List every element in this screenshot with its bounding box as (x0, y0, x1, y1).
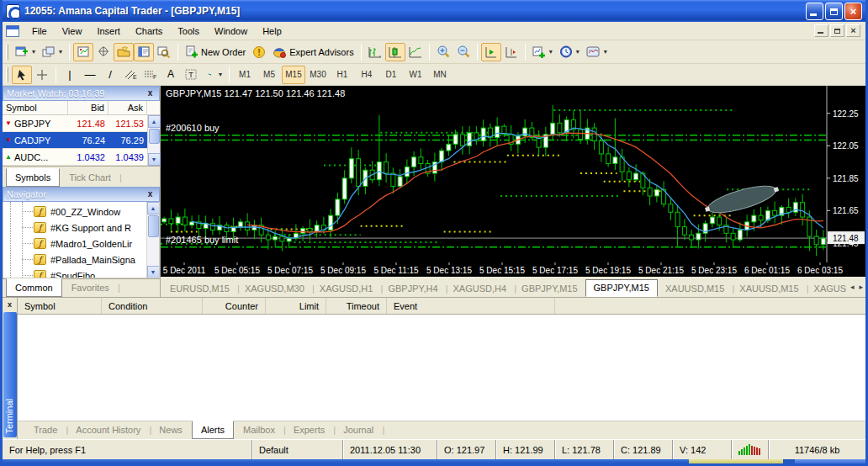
navigator-button[interactable] (134, 43, 154, 61)
mw-tab-tick-chart[interactable]: Tick Chart (60, 169, 120, 187)
horizontal-line-button[interactable]: — (80, 66, 100, 84)
timeframe-m5[interactable]: M5 (257, 66, 281, 84)
menu-tools[interactable]: Tools (170, 24, 207, 39)
periods-button[interactable]: ▾ (556, 43, 583, 61)
chart-shift-button[interactable] (501, 43, 521, 61)
terminal-side-bar[interactable]: Terminal (3, 312, 17, 437)
terminal-tab-experts[interactable]: Experts (284, 421, 334, 439)
mdi-minimize-button[interactable] (814, 24, 828, 37)
terminal-tab-mailbox[interactable]: Mailbox (234, 421, 284, 439)
terminal-tab-journal[interactable]: Journal (334, 421, 383, 439)
trendline-button[interactable]: / (100, 66, 120, 84)
toolbar-grip[interactable] (6, 45, 8, 60)
chart-tab-1[interactable]: XAGUSD,M30 (237, 281, 312, 297)
close-icon[interactable]: x (145, 189, 156, 200)
vertical-line-button[interactable]: | (60, 66, 80, 84)
menu-help[interactable]: Help (255, 24, 289, 39)
terminal-column-symbol[interactable]: Symbol (18, 298, 102, 314)
menu-insert[interactable]: Insert (89, 24, 128, 39)
fibonacci-button[interactable]: F (140, 66, 161, 84)
arrows-button[interactable]: ▾ (201, 66, 225, 84)
scroll-right-icon[interactable]: ▸ (859, 283, 863, 291)
terminal-column-counter[interactable]: Counter (203, 298, 266, 314)
timeframe-mn[interactable]: MN (428, 66, 452, 84)
nav-item[interactable]: ƒ#00_ZZ_Window (3, 204, 159, 220)
scroll-up-icon[interactable]: ▲ (148, 115, 161, 128)
terminal-tab-news[interactable]: News (150, 421, 192, 439)
market-watch-scrollbar[interactable]: ▲ ▼ (147, 115, 160, 166)
chart-canvas[interactable]: #200610 buy#201465 buy limit122.25122.05… (161, 86, 865, 277)
crosshair-button[interactable] (32, 66, 52, 84)
timeframe-w1[interactable]: W1 (404, 66, 427, 84)
menu-window[interactable]: Window (207, 24, 255, 39)
mw-row-gbpjpy[interactable]: ▼GBPJPY121.48121.53 (3, 115, 160, 132)
chart-system-icon[interactable] (6, 25, 19, 37)
chart-tab-8[interactable]: XAUUSD,M15 (732, 281, 806, 297)
timeframe-h4[interactable]: H4 (355, 66, 378, 84)
navigator-scrollbar[interactable]: ▲ ▼ (146, 202, 159, 278)
auto-scroll-button[interactable] (481, 43, 501, 61)
mw-column-symbol[interactable]: Symbol (3, 101, 68, 114)
scroll-left-icon[interactable]: ◂ (850, 283, 855, 291)
timeframe-d1[interactable]: D1 (379, 66, 403, 84)
mdi-close-button[interactable]: × (846, 24, 860, 37)
line-chart-button[interactable] (405, 43, 426, 61)
toolbar-grip[interactable] (6, 67, 8, 82)
chart-tab-0[interactable]: EURUSD,M15 (162, 281, 237, 297)
terminal-column-limit[interactable]: Limit (266, 298, 326, 314)
alerts-list[interactable] (18, 315, 865, 421)
bar-chart-button[interactable] (365, 43, 385, 61)
mw-tab-symbols[interactable]: Symbols (6, 168, 60, 187)
market-watch-button[interactable] (73, 43, 93, 61)
minimize-button[interactable] (806, 3, 823, 20)
menu-file[interactable]: File (24, 24, 55, 39)
nav-tab-common[interactable]: Common (6, 278, 62, 297)
chart-tab-9[interactable]: XAGUS (807, 281, 855, 297)
restore-button[interactable] (825, 3, 843, 20)
zoom-out-button[interactable] (453, 43, 474, 61)
nav-item[interactable]: ƒ#SpudFibo (3, 267, 159, 278)
close-button[interactable]: × (844, 3, 862, 20)
favorites-button[interactable] (114, 43, 134, 61)
alert-button[interactable]: ! (249, 43, 269, 61)
chart-tab-4[interactable]: XAGUSD,H4 (446, 281, 515, 297)
menu-charts[interactable]: Charts (128, 24, 170, 39)
chart-tab-3[interactable]: GBPJPY,H4 (380, 281, 445, 297)
terminal-column-timeout[interactable]: Timeout (326, 298, 387, 314)
equidistant-channel-button[interactable]: E (120, 66, 140, 84)
terminal-tab-account-history[interactable]: Account History (66, 421, 150, 439)
chart-tab-2[interactable]: XAGUSD,H1 (312, 281, 381, 297)
mdi-restore-button[interactable] (830, 24, 844, 37)
profiles-button[interactable]: ▾ (39, 43, 66, 61)
timeframe-m15[interactable]: M15 (282, 66, 305, 84)
nav-item[interactable]: ƒ#Pallada_MainSigna (3, 252, 159, 267)
candlestick-chart-button[interactable] (385, 43, 405, 61)
mw-row-cadjpy[interactable]: ▼CADJPY76.2476.29 (3, 132, 160, 149)
data-window-button[interactable] (154, 43, 174, 61)
terminal-column-condition[interactable]: Condition (102, 298, 203, 314)
templates-button[interactable]: ▾ (583, 43, 611, 61)
mw-column-ask[interactable]: Ask (108, 101, 147, 114)
cursor-button[interactable] (12, 66, 32, 84)
mw-row-audc[interactable]: ▲AUDC...1.04321.0439 (3, 149, 160, 166)
indicators-button[interactable]: ▾ (529, 43, 556, 61)
chart-window[interactable]: GBPJPY,M15 121.47 121.50 121.46 121.48 #… (161, 86, 865, 277)
zoom-in-button[interactable] (433, 43, 453, 61)
chart-tab-6[interactable]: GBPJPY,M15 (585, 279, 658, 297)
close-icon[interactable]: x (4, 299, 16, 310)
timeframe-h1[interactable]: H1 (331, 66, 354, 84)
chart-tab-5[interactable]: GBPJPY,M15 (514, 281, 585, 297)
terminal-tab-alerts[interactable]: Alerts (192, 421, 234, 439)
crosshair-window-button[interactable] (93, 43, 114, 61)
new-chart-button[interactable]: ▾ (12, 43, 39, 61)
mw-column-bid[interactable]: Bid (68, 101, 108, 114)
nav-item[interactable]: ƒ#Madro1_GoldenLir (3, 236, 159, 252)
scroll-up-icon[interactable]: ▲ (147, 202, 160, 214)
nav-item[interactable]: ƒ#KG Support and R (3, 220, 159, 236)
status-profile[interactable]: Default (251, 440, 342, 459)
text-label-button[interactable]: T (181, 66, 201, 84)
scroll-down-icon[interactable]: ▼ (148, 153, 161, 166)
new-order-button[interactable]: New Order (182, 43, 249, 61)
terminal-column-event[interactable]: Event (387, 298, 555, 314)
text-button[interactable]: A (161, 66, 181, 84)
